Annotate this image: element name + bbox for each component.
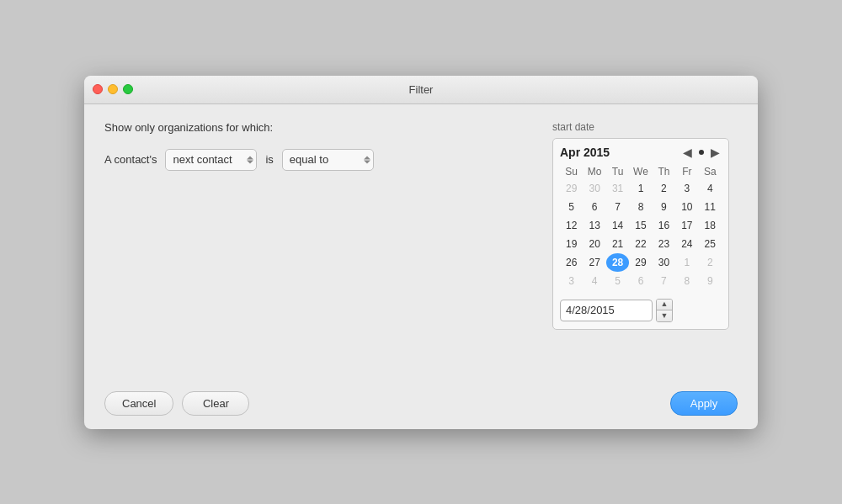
date-stepper: ▲ ▼ <box>656 299 673 322</box>
calendar-day[interactable]: 5 <box>606 272 629 290</box>
calendar: Apr 2015 ◀ ▶ Su Mo Tu <box>552 138 729 330</box>
calendar-nav: ◀ ▶ <box>681 146 722 158</box>
calendar-month-year: Apr 2015 <box>560 146 610 159</box>
contact-label: A contact's <box>104 153 157 166</box>
calendar-day[interactable]: 29 <box>560 179 583 198</box>
traffic-lights <box>93 84 133 94</box>
calendar-week: 2930311234 <box>560 179 722 198</box>
calendar-day[interactable]: 5 <box>560 198 583 216</box>
minimize-button[interactable] <box>108 84 118 94</box>
filter-description: Show only organizations for which: <box>104 121 536 134</box>
filter-row: A contact's next contact last contact na… <box>104 149 536 171</box>
day-we: We <box>629 164 652 179</box>
day-mo: Mo <box>583 164 605 179</box>
calendar-week: 567891011 <box>560 198 722 216</box>
footer-left: Cancel Clear <box>104 391 249 416</box>
window-title: Filter <box>409 83 434 96</box>
clear-button[interactable]: Clear <box>182 391 249 416</box>
calendar-day[interactable]: 16 <box>653 216 675 235</box>
calendar-week: 19202122232425 <box>560 235 722 253</box>
is-label: is <box>265 153 273 166</box>
calendar-day[interactable]: 15 <box>629 216 652 235</box>
calendar-day[interactable]: 7 <box>606 198 629 216</box>
stepper-down[interactable]: ▼ <box>657 310 672 321</box>
date-input[interactable] <box>560 300 653 321</box>
right-panel: start date Apr 2015 ◀ ▶ Su <box>552 121 738 364</box>
stepper-up[interactable]: ▲ <box>657 300 672 310</box>
calendar-day[interactable]: 18 <box>699 216 722 235</box>
calendar-day[interactable]: 29 <box>629 253 652 272</box>
main-area: Show only organizations for which: A con… <box>104 121 738 364</box>
calendar-day[interactable]: 8 <box>629 198 652 216</box>
day-th: Th <box>653 164 675 179</box>
calendar-day[interactable]: 1 <box>629 179 652 198</box>
calendar-week: 262728293012 <box>560 253 722 272</box>
calendar-day[interactable]: 26 <box>560 253 583 272</box>
field-select[interactable]: next contact last contact name email <box>165 149 257 171</box>
calendar-day[interactable]: 17 <box>675 216 698 235</box>
field-select-wrapper: next contact last contact name email <box>165 149 257 171</box>
day-fr: Fr <box>675 164 698 179</box>
calendar-body: 2930311234567891011121314151617181920212… <box>560 179 722 290</box>
close-button[interactable] <box>93 84 103 94</box>
calendar-day[interactable]: 20 <box>583 235 605 253</box>
calendar-day[interactable]: 21 <box>606 235 629 253</box>
calendar-day[interactable]: 14 <box>606 216 629 235</box>
filter-window: Filter Show only organizations for which… <box>84 76 758 429</box>
calendar-grid: Su Mo Tu We Th Fr Sa 2930311234567891011… <box>560 164 722 290</box>
calendar-week: 12131415161718 <box>560 216 722 235</box>
calendar-days-header: Su Mo Tu We Th Fr Sa <box>560 164 722 179</box>
calendar-day[interactable]: 25 <box>699 235 722 253</box>
calendar-day[interactable]: 19 <box>560 235 583 253</box>
calendar-day[interactable]: 31 <box>606 179 629 198</box>
day-tu: Tu <box>606 164 629 179</box>
prev-month-button[interactable]: ◀ <box>681 146 694 158</box>
next-month-button[interactable]: ▶ <box>709 146 722 158</box>
calendar-day[interactable]: 22 <box>629 235 652 253</box>
cancel-button[interactable]: Cancel <box>104 391 173 416</box>
calendar-day[interactable]: 23 <box>653 235 675 253</box>
operator-select[interactable]: equal to not equal to before after is em… <box>282 149 374 171</box>
calendar-day[interactable]: 7 <box>653 272 675 290</box>
today-dot[interactable] <box>699 150 704 155</box>
titlebar: Filter <box>84 76 758 104</box>
calendar-day[interactable]: 30 <box>583 179 605 198</box>
left-panel: Show only organizations for which: A con… <box>104 121 536 364</box>
calendar-day[interactable]: 11 <box>699 198 722 216</box>
calendar-day[interactable]: 9 <box>699 272 722 290</box>
calendar-day[interactable]: 8 <box>675 272 698 290</box>
content-area: Show only organizations for which: A con… <box>84 104 758 429</box>
calendar-day[interactable]: 6 <box>629 272 652 290</box>
calendar-day[interactable]: 3 <box>560 272 583 290</box>
calendar-day[interactable]: 2 <box>653 179 675 198</box>
calendar-day[interactable]: 2 <box>699 253 722 272</box>
date-input-row: ▲ ▼ <box>560 299 722 322</box>
calendar-week: 3456789 <box>560 272 722 290</box>
apply-button[interactable]: Apply <box>670 391 738 416</box>
operator-select-wrapper: equal to not equal to before after is em… <box>282 149 374 171</box>
day-sa: Sa <box>699 164 722 179</box>
calendar-day[interactable]: 27 <box>583 253 605 272</box>
day-su: Su <box>560 164 583 179</box>
calendar-day[interactable]: 1 <box>675 253 698 272</box>
calendar-day[interactable]: 9 <box>653 198 675 216</box>
calendar-day[interactable]: 6 <box>583 198 605 216</box>
footer: Cancel Clear Apply <box>104 381 738 416</box>
calendar-day[interactable]: 4 <box>583 272 605 290</box>
calendar-day[interactable]: 3 <box>675 179 698 198</box>
calendar-day[interactable]: 13 <box>583 216 605 235</box>
calendar-header: Apr 2015 ◀ ▶ <box>560 146 722 159</box>
calendar-day[interactable]: 4 <box>699 179 722 198</box>
calendar-day[interactable]: 12 <box>560 216 583 235</box>
calendar-day[interactable]: 10 <box>675 198 698 216</box>
calendar-day[interactable]: 30 <box>653 253 675 272</box>
calendar-day[interactable]: 28 <box>606 253 629 272</box>
maximize-button[interactable] <box>123 84 133 94</box>
calendar-day[interactable]: 24 <box>675 235 698 253</box>
calendar-label: start date <box>552 121 738 133</box>
